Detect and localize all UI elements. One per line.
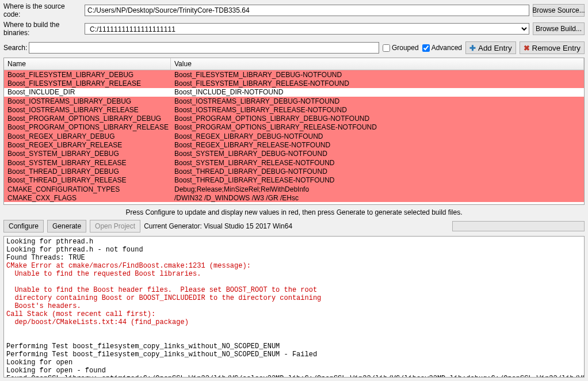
cell-value[interactable]: Boost_FILESYSTEM_LIBRARY_RELEASE-NOTFOUN… xyxy=(171,79,584,87)
console-line: CMake Error at cmake/macros/FindBoost.cm… xyxy=(6,262,251,270)
table-row[interactable]: Boost_PROGRAM_OPTIONS_LIBRARY_DEBUGBoost… xyxy=(4,114,584,123)
console-line: dep/boost/CMakeLists.txt:44 (find_packag… xyxy=(6,318,189,326)
console-line: Found OpenSSL library: optimized;C:/Open… xyxy=(6,375,585,378)
cell-name[interactable]: Boost_FILESYSTEM_LIBRARY_RELEASE xyxy=(4,79,171,87)
console-line: Call Stack (most recent call first): xyxy=(6,310,155,318)
grouped-checkbox-label: Grouped xyxy=(392,44,419,52)
cell-name[interactable]: Boost_SYSTEM_LIBRARY_RELEASE xyxy=(4,159,171,167)
console-line: Unable to find the Boost header files. P… xyxy=(6,286,317,294)
cell-name[interactable]: Boost_THREAD_LIBRARY_DEBUG xyxy=(4,167,171,176)
advanced-checkbox-label: Advanced xyxy=(432,44,462,52)
cell-name[interactable]: Boost_PROGRAM_OPTIONS_LIBRARY_RELEASE xyxy=(4,123,171,131)
console-line: Found Threads: TRUE xyxy=(6,254,85,262)
cell-value[interactable]: Boost_FILESYSTEM_LIBRARY_DEBUG-NOTFOUND xyxy=(171,71,584,79)
cell-value[interactable]: Boost_IOSTREAMS_LIBRARY_DEBUG-NOTFOUND xyxy=(171,97,584,105)
remove-entry-button[interactable]: ✖ Remove Entry xyxy=(520,41,585,54)
add-entry-button[interactable]: ✚ Add Entry xyxy=(465,41,516,54)
current-generator-label: Current Generator: Visual Studio 15 2017… xyxy=(144,222,292,230)
cell-value[interactable]: Boost_IOSTREAMS_LIBRARY_RELEASE-NOTFOUND xyxy=(171,106,584,114)
cell-name[interactable]: Boost_IOSTREAMS_LIBRARY_RELEASE xyxy=(4,106,171,114)
source-label: Where is the source code: xyxy=(3,2,81,18)
grouped-checkbox[interactable]: Grouped xyxy=(383,44,419,52)
cell-value[interactable]: Boost_THREAD_LIBRARY_RELEASE-NOTFOUND xyxy=(171,176,584,184)
cell-name[interactable]: CMAKE_CONFIGURATION_TYPES xyxy=(4,185,171,193)
header-value[interactable]: Value xyxy=(171,58,584,70)
cell-name[interactable]: Boost_REGEX_LIBRARY_RELEASE xyxy=(4,141,171,149)
cell-name[interactable]: Boost_PROGRAM_OPTIONS_LIBRARY_DEBUG xyxy=(4,115,171,123)
configure-button[interactable]: Configure xyxy=(3,220,44,233)
cache-table[interactable]: Name Value Boost_FILESYSTEM_LIBRARY_DEBU… xyxy=(3,58,585,205)
open-project-button[interactable]: Open Project xyxy=(90,220,140,233)
cell-value[interactable]: Boost_REGEX_LIBRARY_RELEASE-NOTFOUND xyxy=(171,141,584,149)
cell-value[interactable]: /DWIN32 /D_WINDOWS /W3 /GR /EHsc xyxy=(171,194,584,202)
console-line: Boost's headers. xyxy=(6,302,81,310)
table-row[interactable]: CMAKE_CONFIGURATION_TYPESDebug;Release;M… xyxy=(4,185,584,193)
cell-value[interactable]: Debug;Release;MinSizeRel;RelWithDebInfo xyxy=(171,185,584,193)
search-label: Search: xyxy=(3,44,25,52)
table-row[interactable]: Boost_SYSTEM_LIBRARY_RELEASEBoost_SYSTEM… xyxy=(4,158,584,167)
table-row[interactable]: CMAKE_CXX_FLAGS/DWIN32 /D_WINDOWS /W3 /G… xyxy=(4,193,584,202)
table-row[interactable]: Boost_INCLUDE_DIRBoost_INCLUDE_DIR-NOTFO… xyxy=(4,88,584,97)
cell-value[interactable]: Boost_PROGRAM_OPTIONS_LIBRARY_RELEASE-NO… xyxy=(171,123,584,131)
output-console[interactable]: Looking for pthread.h Looking for pthrea… xyxy=(3,236,585,378)
table-row[interactable]: Boost_IOSTREAMS_LIBRARY_DEBUGBoost_IOSTR… xyxy=(4,97,584,105)
console-line: Performing Test boost_filesystem_copy_li… xyxy=(6,350,317,359)
table-row[interactable]: Boost_SYSTEM_LIBRARY_DEBUGBoost_SYSTEM_L… xyxy=(4,150,584,158)
console-line: Looking for open - found xyxy=(6,367,106,375)
remove-entry-label: Remove Entry xyxy=(532,44,581,52)
console-line: Looking for pthread.h xyxy=(6,238,93,246)
cell-value[interactable]: Boost_REGEX_LIBRARY_DEBUG-NOTFOUND xyxy=(171,132,584,140)
cell-value[interactable]: Boost_INCLUDE_DIR-NOTFOUND xyxy=(171,88,584,96)
console-line: Looking for pthread.h - not found xyxy=(6,246,143,254)
console-line: Looking for open xyxy=(6,359,72,367)
build-combo[interactable]: C:/11111111111111111111 xyxy=(85,23,529,35)
header-name[interactable]: Name xyxy=(4,58,171,70)
table-row[interactable]: Boost_THREAD_LIBRARY_DEBUGBoost_THREAD_L… xyxy=(4,167,584,176)
table-row[interactable]: Boost_REGEX_LIBRARY_DEBUGBoost_REGEX_LIB… xyxy=(4,132,584,140)
search-input[interactable] xyxy=(29,42,379,54)
source-input[interactable] xyxy=(85,5,529,16)
cell-value[interactable]: Boost_PROGRAM_OPTIONS_LIBRARY_DEBUG-NOTF… xyxy=(171,115,584,123)
cell-name[interactable]: Boost_FILESYSTEM_LIBRARY_DEBUG xyxy=(4,71,171,79)
progress-bar xyxy=(452,221,585,231)
cell-value[interactable]: Boost_SYSTEM_LIBRARY_RELEASE-NOTFOUND xyxy=(171,159,584,167)
table-row[interactable]: Boost_FILESYSTEM_LIBRARY_RELEASEBoost_FI… xyxy=(4,79,584,87)
cell-name[interactable]: CMAKE_CXX_FLAGS xyxy=(4,194,171,202)
console-line: directory containing Boost or BOOST_INCL… xyxy=(6,294,321,302)
cell-name[interactable]: Boost_IOSTREAMS_LIBRARY_DEBUG xyxy=(4,97,171,105)
cell-name[interactable]: Boost_INCLUDE_DIR xyxy=(4,88,171,96)
cell-value[interactable]: Boost_THREAD_LIBRARY_DEBUG-NOTFOUND xyxy=(171,167,584,176)
browse-source-button[interactable]: Browse Source... xyxy=(533,4,585,17)
add-entry-label: Add Entry xyxy=(478,44,512,52)
build-label: Where to build the binaries: xyxy=(3,21,81,37)
table-row[interactable]: Boost_IOSTREAMS_LIBRARY_RELEASEBoost_IOS… xyxy=(4,105,584,114)
table-row[interactable]: Boost_REGEX_LIBRARY_RELEASEBoost_REGEX_L… xyxy=(4,140,584,149)
table-row[interactable]: Boost_FILESYSTEM_LIBRARY_DEBUGBoost_FILE… xyxy=(4,70,584,79)
table-body[interactable]: Boost_FILESYSTEM_LIBRARY_DEBUGBoost_FILE… xyxy=(4,70,584,204)
advanced-checkbox[interactable]: Advanced xyxy=(422,44,462,52)
x-icon: ✖ xyxy=(524,44,530,52)
generate-button[interactable]: Generate xyxy=(47,220,86,233)
advanced-checkbox-input[interactable] xyxy=(422,44,430,52)
table-row[interactable]: Boost_PROGRAM_OPTIONS_LIBRARY_RELEASEBoo… xyxy=(4,123,584,132)
table-row[interactable]: Boost_THREAD_LIBRARY_RELEASEBoost_THREAD… xyxy=(4,176,584,185)
cell-name[interactable]: Boost_SYSTEM_LIBRARY_DEBUG xyxy=(4,150,171,158)
console-line: Performing Test boost_filesystem_copy_li… xyxy=(6,342,280,350)
cell-name[interactable]: Boost_THREAD_LIBRARY_RELEASE xyxy=(4,176,171,184)
table-header: Name Value xyxy=(4,58,584,70)
cell-name[interactable]: Boost_REGEX_LIBRARY_DEBUG xyxy=(4,132,171,140)
hint-text: Press Configure to update and display ne… xyxy=(0,205,588,220)
grouped-checkbox-input[interactable] xyxy=(383,44,390,52)
plus-icon: ✚ xyxy=(469,44,476,52)
console-line: Unable to find the requested Boost libra… xyxy=(6,270,201,278)
cell-value[interactable]: Boost_SYSTEM_LIBRARY_DEBUG-NOTFOUND xyxy=(171,150,584,158)
browse-build-button[interactable]: Browse Build... xyxy=(533,22,585,35)
